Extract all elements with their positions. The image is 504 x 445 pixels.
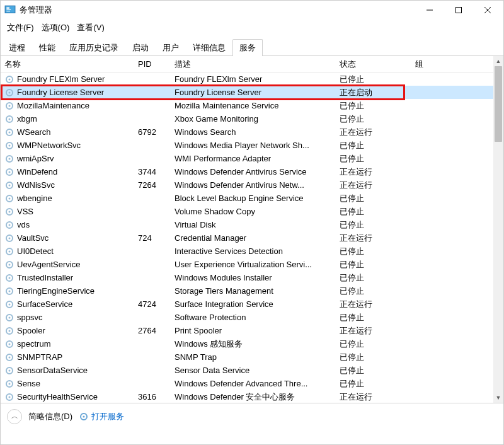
svg-point-39: [9, 277, 11, 279]
service-row[interactable]: UevAgentServiceUser Experience Virtualiz…: [1, 258, 493, 271]
service-row[interactable]: WdNisSvc7264Windows Defender Antivirus N…: [1, 178, 493, 192]
service-name: TieringEngineService: [17, 286, 94, 296]
service-row[interactable]: WMPNetworkSvcWindows Media Player Networ…: [1, 139, 493, 152]
svg-point-43: [9, 303, 11, 305]
service-status: 正在运行: [340, 299, 415, 310]
scroll-thumb[interactable]: [495, 66, 502, 142]
scroll-up-button[interactable]: ▲: [493, 56, 503, 66]
maximize-button[interactable]: [444, 1, 473, 20]
vertical-scrollbar[interactable]: ▲ ▼: [493, 56, 503, 403]
service-gear-icon: [4, 141, 14, 151]
task-manager-icon: [4, 4, 16, 16]
service-name: WMPNetworkSvc: [17, 141, 81, 150]
service-desc: Virtual Disk: [175, 220, 340, 229]
service-row[interactable]: wmiApSrvWMI Performance Adapter已停止: [1, 152, 493, 165]
svg-point-21: [9, 158, 11, 159]
service-name: MozillaMaintenance: [17, 101, 89, 110]
fewer-details-button[interactable]: ︿: [7, 409, 22, 424]
service-row[interactable]: TrustedInstallerWindows Modules Installe…: [1, 271, 493, 284]
service-status: 正在运行: [340, 391, 415, 403]
service-gear-icon: [4, 74, 14, 84]
svg-rect-1: [6, 8, 9, 9]
service-row[interactable]: SNMPTRAPSNMP Trap已停止: [1, 350, 493, 364]
column-header-row: 名称 PID 描述 状态 组: [1, 56, 493, 72]
service-status: 正在运行: [340, 233, 415, 244]
scroll-track[interactable]: [493, 66, 503, 393]
svg-point-31: [9, 224, 11, 226]
service-row[interactable]: MozillaMaintenanceMozilla Maintenance Se…: [1, 99, 493, 112]
service-name: WSearch: [17, 127, 50, 137]
gear-icon: [79, 412, 89, 422]
svg-point-13: [9, 105, 11, 107]
col-header-group[interactable]: 组: [415, 59, 493, 70]
col-header-status[interactable]: 状态: [340, 59, 415, 70]
window-title-area: 务管理器: [4, 4, 415, 16]
col-header-name[interactable]: 名称: [1, 59, 138, 70]
service-row[interactable]: SenseWindows Defender Advanced Thre...已停…: [1, 377, 493, 390]
tab-app-history[interactable]: 应用历史记录: [62, 39, 125, 56]
service-gear-icon: [4, 127, 14, 137]
window-title: 务管理器: [20, 4, 52, 16]
service-gear-icon: [4, 207, 14, 217]
service-row[interactable]: xbgmXbox Game Monitoring已停止: [1, 112, 493, 125]
open-services-link[interactable]: 打开服务: [79, 411, 124, 422]
service-status: 已停止: [340, 74, 415, 85]
service-row[interactable]: TieringEngineServiceStorage Tiers Manage…: [1, 284, 493, 298]
service-gear-icon: [4, 299, 14, 309]
service-name: wbengine: [17, 194, 52, 203]
service-desc: Windows Defender Antivirus Service: [175, 167, 340, 176]
tab-processes[interactable]: 进程: [2, 39, 32, 56]
service-pid: 7264: [138, 180, 175, 190]
service-row[interactable]: SensorDataServiceSensor Data Service已停止: [1, 364, 493, 377]
service-row[interactable]: wbengineBlock Level Backup Engine Servic…: [1, 192, 493, 205]
service-gear-icon: [4, 88, 14, 98]
svg-point-45: [9, 316, 11, 318]
menu-options[interactable]: 选项(O): [39, 21, 72, 35]
fewer-details-label[interactable]: 简略信息(D): [28, 411, 72, 422]
col-header-desc[interactable]: 描述: [175, 59, 340, 70]
svg-point-29: [9, 211, 11, 212]
service-gear-icon: [4, 392, 14, 402]
scroll-down-button[interactable]: ▼: [493, 393, 503, 403]
close-button[interactable]: [473, 1, 502, 20]
svg-point-35: [9, 250, 11, 252]
service-gear-icon: [4, 220, 14, 230]
service-row[interactable]: WinDefend3744Windows Defender Antivirus …: [1, 165, 493, 178]
service-row[interactable]: WSearch6792Windows Search正在运行: [1, 125, 493, 139]
service-row[interactable]: vdsVirtual Disk已停止: [1, 218, 493, 231]
service-row[interactable]: SecurityHealthService3616Windows Defende…: [1, 390, 493, 403]
tab-users[interactable]: 用户: [156, 39, 186, 56]
service-name: VSS: [17, 207, 33, 216]
service-desc: Credential Manager: [175, 233, 340, 243]
tab-startup[interactable]: 启动: [125, 39, 156, 56]
svg-point-15: [9, 118, 11, 120]
menu-bar: 文件(F) 选项(O) 查看(V): [1, 20, 503, 36]
service-row[interactable]: VaultSvc724Credential Manager正在运行: [1, 231, 493, 245]
service-row[interactable]: sppsvcSoftware Protection已停止: [1, 311, 493, 324]
minimize-button[interactable]: [415, 1, 444, 20]
service-row[interactable]: SurfaceService4724Surface Integration Se…: [1, 298, 493, 311]
service-name: WinDefend: [17, 167, 57, 176]
tab-performance[interactable]: 性能: [32, 39, 62, 56]
service-gear-icon: [4, 313, 14, 323]
svg-point-57: [9, 396, 11, 398]
menu-file[interactable]: 文件(F): [4, 21, 37, 35]
service-name: vds: [17, 220, 30, 229]
col-header-pid[interactable]: PID: [138, 59, 175, 69]
svg-rect-3: [6, 11, 10, 11]
service-row[interactable]: Foundry License ServerFoundry License Se…: [1, 86, 493, 99]
service-name: spectrum: [17, 339, 50, 349]
service-row[interactable]: spectrumWindows 感知服务已停止: [1, 337, 493, 350]
svg-point-9: [9, 78, 11, 80]
service-status: 已停止: [340, 352, 415, 363]
service-row[interactable]: Spooler2764Print Spooler正在运行: [1, 324, 493, 337]
service-row[interactable]: VSSVolume Shadow Copy已停止: [1, 205, 493, 218]
service-desc: Windows Defender 安全中心服务: [175, 391, 340, 403]
tab-services[interactable]: 服务: [232, 39, 263, 56]
menu-view[interactable]: 查看(V): [74, 21, 106, 35]
svg-point-11: [9, 91, 11, 93]
service-gear-icon: [4, 352, 14, 362]
service-row[interactable]: Foundry FLEXlm ServerFoundry FLEXlm Serv…: [1, 72, 493, 86]
tab-details[interactable]: 详细信息: [186, 39, 232, 56]
service-row[interactable]: UI0DetectInteractive Services Detection已…: [1, 245, 493, 258]
